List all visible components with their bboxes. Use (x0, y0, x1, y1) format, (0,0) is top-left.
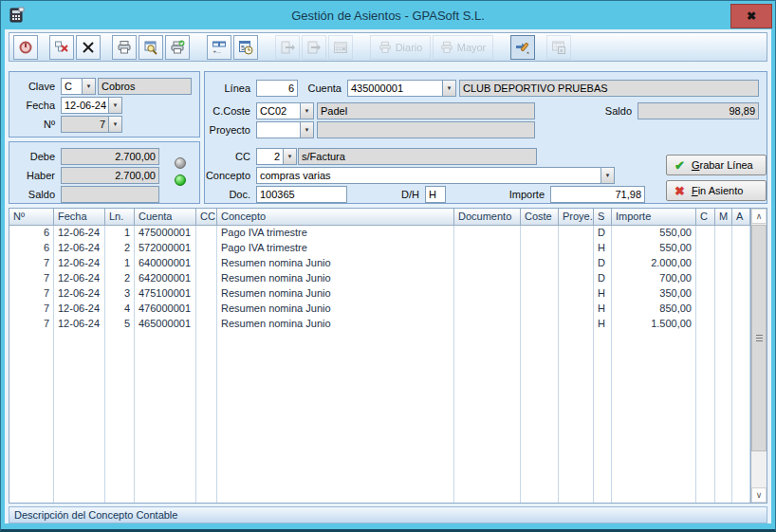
concepto-field[interactable]: compras varias (256, 167, 600, 184)
unbalanced-led-icon (175, 157, 186, 169)
ccoste-code-field[interactable]: CC02 (256, 102, 300, 119)
proyecto-combo[interactable]: ▼ (256, 121, 314, 138)
cross-icon: ✖ (674, 185, 685, 197)
numero-combo[interactable]: 7 ▼ (61, 116, 122, 133)
clave-dropdown-icon[interactable]: ▼ (82, 78, 96, 95)
close-button[interactable]: ✖ (730, 4, 772, 28)
statusbar-text: Descripción del Concepto Contable (14, 509, 177, 521)
line-saldo-field: 98,89 (637, 102, 759, 119)
cuenta-code-field[interactable]: 435000001 (347, 80, 442, 97)
concepto-dropdown-icon[interactable]: ▼ (600, 167, 615, 184)
grid-cell (521, 332, 559, 503)
cuenta-dropdown-icon[interactable]: ▼ (442, 80, 456, 97)
grid-cell (521, 302, 559, 317)
grid-cell (454, 226, 521, 241)
print-confirm-button[interactable] (165, 35, 190, 60)
grid-row[interactable]: 712-06-243475100001Resumen nomina JunioH… (9, 286, 750, 302)
scrollbar-thumb[interactable] (751, 225, 767, 451)
grid-cell (559, 332, 594, 503)
grid-cell (196, 302, 217, 317)
linea-field[interactable]: 6 (256, 80, 298, 97)
dh-field[interactable]: H (425, 186, 446, 203)
grid-cell: 476000001 (135, 302, 196, 317)
grid-cell (612, 332, 696, 503)
predefined-entries-button[interactable]: +... (207, 35, 231, 60)
numero-field[interactable]: 7 (61, 116, 108, 133)
entry-key-panel: Clave C ▼ Cobros Fecha 12-06-24 ▼ (9, 71, 200, 138)
lines-grid: NºFechaLn.CuentaCCConceptoDocumentoCoste… (9, 208, 767, 504)
grid-cell (196, 226, 217, 241)
fin-asiento-button[interactable]: ✖ Fin Asiento (666, 180, 767, 201)
proyecto-code-field[interactable] (256, 121, 300, 138)
titlebar[interactable]: Gestión de Asientos - GPASoft S.L. ✖ (1, 1, 775, 29)
scrollbar-track[interactable] (751, 224, 767, 487)
window-title: Gestión de Asientos - GPASoft S.L. (1, 9, 775, 23)
grid-cell (732, 271, 750, 286)
calendar-button[interactable] (328, 35, 353, 60)
grid-column-header: Coste (521, 209, 559, 225)
cc-combo[interactable]: 2 ▼ (256, 148, 297, 165)
grid-cell: 3 (105, 286, 135, 302)
delete-entry-icon (54, 40, 69, 55)
scrollbar-down-button[interactable]: ∨ (751, 487, 767, 503)
fecha-dropdown-icon[interactable]: ▼ (108, 97, 122, 114)
scheduled-entries-button[interactable]: 5 (233, 35, 258, 60)
mayor-label: Mayor (457, 42, 487, 53)
grid-cell: 12-06-24 (54, 286, 105, 302)
cc-dropdown-icon[interactable]: ▼ (283, 148, 297, 165)
proyecto-dropdown-icon[interactable]: ▼ (300, 121, 314, 138)
grid-row[interactable]: 712-06-241640000001Resumen nomina JunioD… (9, 256, 750, 271)
goto-first-icon (280, 40, 295, 55)
cuenta-desc-field: CLUB DEPORTIVO PRUEBAS (459, 80, 759, 97)
importe-label: Importe (486, 189, 550, 200)
grid-row[interactable]: 712-06-245465000001Resumen nomina JunioH… (9, 317, 750, 332)
doc-field[interactable]: 100365 (256, 186, 347, 203)
print-button[interactable] (112, 35, 137, 60)
clave-combo[interactable]: C ▼ (61, 78, 96, 95)
delete-entry-button[interactable] (49, 35, 74, 60)
fecha-combo[interactable]: 12-06-24 ▼ (61, 97, 122, 114)
grid-row[interactable]: 712-06-242642000001Resumen nomina JunioD… (9, 271, 750, 286)
goto-next-button[interactable] (302, 35, 326, 60)
export-excel-button[interactable]: x (546, 35, 571, 60)
print-preview-icon (143, 40, 158, 55)
grid-row[interactable]: 612-06-242572000001Pago IVA trimestreH55… (9, 241, 750, 256)
grid-cell (559, 256, 594, 271)
edit-concept-button[interactable] (510, 35, 535, 60)
goto-first-button[interactable] (275, 35, 300, 60)
print-mayor-button[interactable]: Mayor (433, 35, 493, 60)
grid-cell (696, 286, 715, 302)
numero-dropdown-icon[interactable]: ▼ (108, 116, 122, 133)
grid-cell (559, 226, 594, 241)
grid-cell (696, 332, 715, 503)
cancel-button[interactable] (76, 35, 101, 60)
grid-cell: 7 (9, 317, 54, 332)
grid-filler-row (9, 332, 750, 503)
clave-code-field[interactable]: C (61, 78, 82, 95)
print-diario-button[interactable]: Diario (370, 35, 431, 60)
grid-row[interactable]: 612-06-241475000001Pago IVA trimestreD55… (9, 226, 750, 241)
statusbar: Descripción del Concepto Contable (9, 506, 767, 523)
concepto-combo[interactable]: compras varias ▼ (256, 167, 615, 184)
grid-cell (594, 332, 612, 503)
importe-field[interactable]: 71,98 (550, 186, 645, 203)
grid-row[interactable]: 712-06-244476000001Resumen nomina JunioH… (9, 302, 750, 317)
grid-cell: 7 (9, 256, 54, 271)
grid-cell (54, 332, 105, 503)
grid-cell: 1 (105, 256, 135, 271)
fecha-field[interactable]: 12-06-24 (61, 97, 108, 114)
grabar-linea-button[interactable]: ✔ Grabar Línea (666, 155, 767, 175)
grid-vertical-scrollbar[interactable]: ∧ ∨ (750, 209, 767, 503)
print-preview-button[interactable] (139, 35, 163, 60)
line-panel: Línea 6 Cuenta 435000001 ▼ CLUB DEPORTIV… (204, 71, 767, 204)
ccoste-dropdown-icon[interactable]: ▼ (300, 102, 314, 119)
grid-cell: 572000001 (135, 241, 196, 256)
ccoste-label: C.Coste (205, 105, 256, 117)
grid-cell (715, 286, 732, 302)
grid-cell: 2 (105, 241, 135, 256)
cuenta-combo[interactable]: 435000001 ▼ (347, 80, 456, 97)
scrollbar-up-button[interactable]: ∧ (751, 209, 767, 224)
exit-button[interactable] (13, 35, 38, 60)
ccoste-combo[interactable]: CC02 ▼ (256, 102, 314, 119)
cc-code-field[interactable]: 2 (256, 148, 283, 165)
